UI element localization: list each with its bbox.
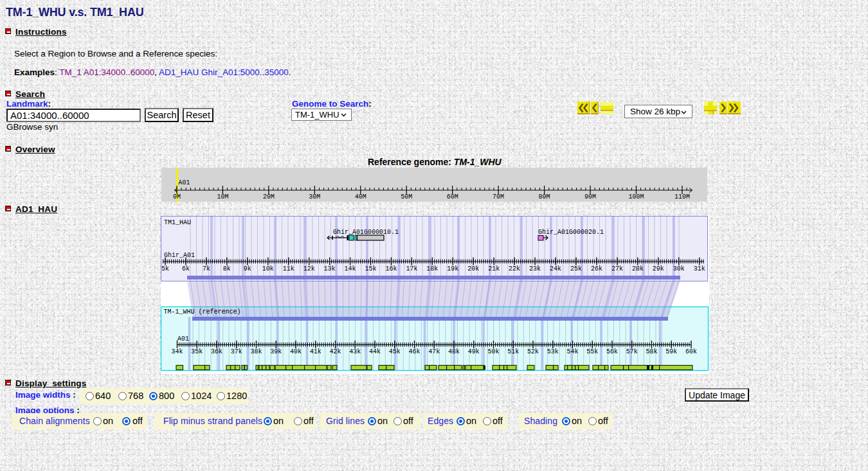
svg-text:19k: 19k (447, 265, 458, 272)
svg-text:27k: 27k (611, 265, 623, 272)
svg-text:10k: 10k (262, 265, 274, 272)
svg-text:34k: 34k (171, 348, 183, 355)
svg-text:80M: 80M (539, 193, 550, 200)
svg-text:36k: 36k (211, 348, 222, 355)
svg-text:14k: 14k (345, 265, 356, 272)
svg-text:0M: 0M (173, 193, 181, 200)
svg-text:57k: 57k (626, 348, 638, 355)
svg-text:41k: 41k (310, 348, 321, 355)
svg-text:60k: 60k (685, 348, 697, 355)
svg-text:40M: 40M (355, 193, 366, 200)
svg-text:24k: 24k (550, 265, 561, 272)
svg-text:30k: 30k (673, 265, 685, 272)
svg-text:58k: 58k (646, 348, 657, 355)
svg-text:30M: 30M (309, 193, 320, 200)
svg-text:38k: 38k (250, 348, 262, 355)
svg-text:60M: 60M (447, 193, 458, 200)
svg-text:50k: 50k (487, 348, 499, 355)
svg-text:51k: 51k (507, 348, 519, 355)
svg-text:17k: 17k (406, 265, 417, 272)
svg-text:A01: A01 (179, 179, 190, 186)
svg-text:20M: 20M (263, 193, 275, 200)
svg-text:110M: 110M (674, 193, 690, 200)
svg-text:100M: 100M (628, 193, 644, 200)
svg-text:26k: 26k (591, 265, 602, 272)
svg-text:54k: 54k (566, 348, 578, 355)
svg-text:8k: 8k (223, 265, 231, 272)
svg-text:Ghir_A01: Ghir_A01 (164, 252, 195, 259)
svg-text:43k: 43k (349, 348, 361, 355)
svg-text:42k: 42k (329, 348, 341, 355)
svg-text:44k: 44k (369, 348, 381, 355)
svg-text:18k: 18k (426, 265, 438, 272)
svg-text:22k: 22k (509, 265, 520, 272)
svg-text:13k: 13k (324, 265, 336, 272)
svg-text:9k: 9k (244, 265, 251, 272)
svg-text:50M: 50M (401, 193, 412, 200)
svg-text:6k: 6k (182, 265, 190, 272)
svg-text:25k: 25k (570, 265, 582, 272)
svg-text:59k: 59k (665, 348, 677, 355)
svg-text:39k: 39k (270, 348, 282, 355)
svg-text:55k: 55k (586, 348, 598, 355)
svg-text:21k: 21k (488, 265, 500, 272)
svg-text:56k: 56k (606, 348, 618, 355)
svg-text:20k: 20k (467, 265, 479, 272)
svg-text:45k: 45k (389, 348, 401, 355)
svg-text:12k: 12k (303, 265, 315, 272)
svg-text:53k: 53k (547, 348, 559, 355)
svg-text:Ghir_A01G000020.1: Ghir_A01G000020.1 (538, 229, 604, 236)
svg-text:35k: 35k (191, 348, 203, 355)
svg-text:28k: 28k (632, 265, 644, 272)
svg-text:10M: 10M (217, 193, 228, 200)
svg-text:A01: A01 (177, 335, 189, 342)
svg-text:70M: 70M (493, 193, 504, 200)
svg-text:47k: 47k (428, 348, 440, 355)
svg-text:TM-1_WHU (reference): TM-1_WHU (reference) (164, 308, 241, 315)
svg-text:46k: 46k (408, 348, 420, 355)
svg-text:90M: 90M (584, 193, 596, 200)
svg-text:5k: 5k (161, 265, 169, 272)
svg-text:49k: 49k (468, 348, 480, 355)
svg-text:48k: 48k (448, 348, 460, 355)
svg-text:15k: 15k (365, 265, 376, 272)
svg-text:29k: 29k (653, 265, 664, 272)
svg-text:23k: 23k (529, 265, 541, 272)
svg-text:40k: 40k (290, 348, 302, 355)
svg-text:52k: 52k (527, 348, 539, 355)
svg-text:Ghir_A01G000010.1: Ghir_A01G000010.1 (333, 229, 399, 236)
svg-text:31k: 31k (694, 265, 705, 272)
svg-text:11k: 11k (283, 265, 294, 272)
svg-text:7k: 7k (203, 265, 210, 272)
svg-text:37k: 37k (231, 348, 242, 355)
svg-text:TM1_HAU: TM1_HAU (164, 219, 191, 226)
svg-text:16k: 16k (385, 265, 397, 272)
